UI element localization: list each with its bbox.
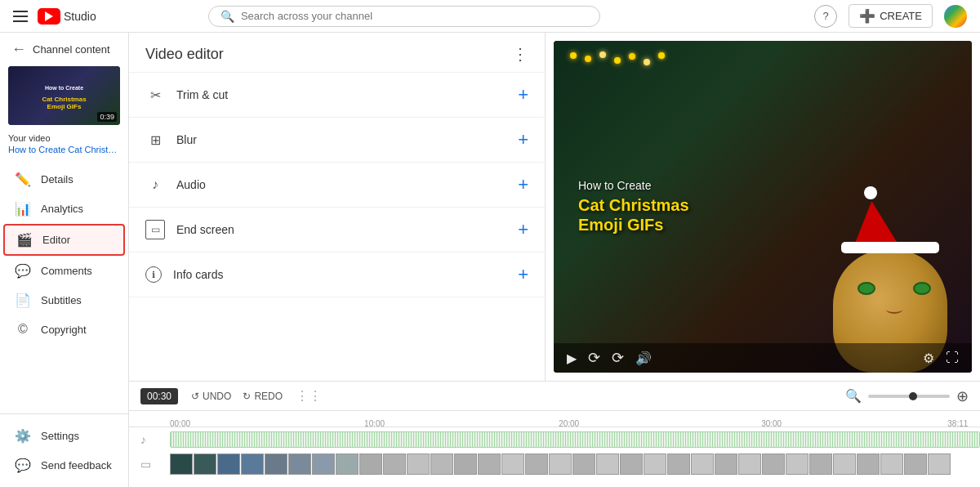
video-frame	[430, 453, 453, 475]
tool-audio-left: ♪ Audio	[145, 175, 206, 194]
tool-infocards[interactable]: ℹ Info cards +	[129, 252, 545, 297]
comments-icon: 💬	[15, 263, 31, 279]
settings-button[interactable]: ⚙	[923, 351, 934, 366]
play-button[interactable]: ▶	[567, 351, 577, 366]
create-button[interactable]: ➕ CREATE	[849, 4, 933, 28]
video-frame	[241, 453, 264, 475]
ruler-mark-30: 30:00	[761, 419, 782, 428]
drag-handle-icon[interactable]: ⋮⋮	[296, 388, 322, 404]
video-frame	[644, 453, 666, 475]
fullscreen-button[interactable]: ⛶	[946, 351, 959, 365]
more-options-button[interactable]: ⋮	[512, 44, 528, 64]
sidebar-item-analytics-label: Analytics	[41, 203, 83, 215]
logo: Studio	[38, 8, 96, 25]
top-right-actions: ? ➕ CREATE	[814, 4, 967, 28]
trim-add-button[interactable]: +	[518, 84, 528, 105]
tool-blur[interactable]: ⊞ Blur +	[129, 118, 545, 163]
sidebar-channel-content-label: Channel content	[33, 43, 110, 56]
infocards-add-button[interactable]: +	[518, 264, 528, 285]
video-frame	[217, 453, 240, 475]
sidebar-item-comments[interactable]: 💬 Comments	[3, 257, 125, 285]
video-frame	[478, 453, 501, 475]
video-frame	[880, 453, 903, 475]
sidebar-item-comments-label: Comments	[41, 265, 92, 277]
sidebar-item-analytics[interactable]: 📊 Analytics	[3, 194, 125, 223]
tools-panel: Video editor ⋮ ✂ Trim & cut + ⊞	[129, 33, 546, 381]
redo-button[interactable]: ↻ REDO	[243, 391, 283, 402]
undo-button[interactable]: ↺ UNDO	[191, 391, 231, 402]
forward-button[interactable]: ⟳	[612, 349, 624, 367]
video-frame	[312, 453, 335, 475]
video-frame	[809, 453, 832, 475]
sidebar-back[interactable]: ← Channel content	[0, 33, 128, 63]
sidebar-item-feedback[interactable]: 💬 Send feedback	[3, 451, 125, 480]
video-frame	[265, 453, 287, 475]
redo-icon: ↻	[243, 391, 251, 402]
video-track	[170, 453, 980, 475]
blur-label: Blur	[176, 133, 197, 146]
audio-track	[170, 431, 980, 448]
video-track-row: ▭	[129, 452, 980, 476]
video-frame	[738, 453, 761, 475]
trim-icon: ✂	[145, 85, 165, 105]
blur-add-button[interactable]: +	[518, 129, 528, 150]
sidebar-item-details[interactable]: ✏️ Details	[3, 165, 125, 194]
user-avatar[interactable]	[944, 5, 967, 28]
sidebar-item-subtitles-label: Subtitles	[41, 294, 82, 306]
volume-button[interactable]: 🔊	[635, 351, 652, 366]
sidebar-item-settings[interactable]: ⚙️ Settings	[3, 422, 125, 450]
undo-redo-controls: ↺ UNDO ↻ REDO	[191, 391, 283, 402]
sidebar-item-copyright[interactable]: © Copyright	[3, 315, 125, 343]
ruler-mark-20: 20:00	[559, 419, 579, 428]
tool-audio[interactable]: ♪ Audio +	[129, 163, 545, 208]
tool-list: ✂ Trim & cut + ⊞ Blur +	[129, 73, 545, 381]
search-input[interactable]	[241, 10, 588, 22]
timeline-zoom: 🔍 ⊕	[845, 387, 969, 405]
audio-add-button[interactable]: +	[518, 174, 528, 195]
hamburger-menu[interactable]	[13, 11, 28, 22]
ctrl-right: ⚙ ⛶	[923, 351, 959, 366]
ruler-mark-10: 10:00	[364, 419, 385, 428]
zoom-in-button[interactable]: ⊕	[956, 387, 969, 405]
video-frame	[572, 453, 595, 475]
redo-label: REDO	[254, 391, 283, 402]
video-frame	[762, 453, 785, 475]
zoom-slider-knob	[909, 392, 917, 400]
video-frame	[596, 453, 619, 475]
video-frame	[857, 453, 880, 475]
video-frame	[194, 453, 216, 475]
sidebar-item-subtitles[interactable]: 📄 Subtitles	[3, 286, 125, 315]
editor-icon: 🎬	[16, 232, 33, 248]
thumb-duration: 0:39	[97, 112, 117, 122]
zoom-out-button[interactable]: 🔍	[845, 388, 862, 404]
tool-trim[interactable]: ✂ Trim & cut +	[129, 73, 545, 118]
sidebar-item-settings-label: Settings	[41, 430, 79, 442]
video-frame	[833, 453, 856, 475]
tool-endscreen[interactable]: ▭ End screen +	[129, 208, 545, 252]
ruler-mark-0: 00:00	[170, 419, 190, 428]
settings-icon: ⚙️	[15, 428, 31, 444]
current-time-display: 00:30	[140, 388, 178, 404]
copyright-icon: ©	[15, 322, 31, 337]
video-thumbnail[interactable]: How to Create Cat Christmas Emoji GIFs 0…	[8, 66, 120, 125]
rewind-button[interactable]: ⟳	[588, 349, 600, 367]
video-frame	[620, 453, 643, 475]
create-label: CREATE	[880, 10, 922, 22]
timeline-toolbar: 00:30 ↺ UNDO ↻ REDO ⋮⋮ 🔍	[129, 382, 980, 411]
search-bar[interactable]: 🔍	[208, 6, 600, 27]
tool-trim-left: ✂ Trim & cut	[145, 85, 228, 105]
video-preview: How to Create Cat Christmas Emoji GIFs	[554, 41, 972, 373]
video-frame	[454, 453, 477, 475]
zoom-slider[interactable]	[868, 395, 950, 398]
ruler-mark-38: 38:11	[947, 419, 968, 428]
infocards-icon: ℹ	[145, 266, 162, 283]
video-link[interactable]: How to Create Cat Christmas Emoji ...	[0, 143, 128, 161]
thumb-text-line1: How to Create	[42, 81, 87, 95]
endscreen-add-button[interactable]: +	[518, 219, 528, 240]
sidebar-bottom: ⚙️ Settings 💬 Send feedback	[0, 413, 128, 487]
top-nav: Studio 🔍 ? ➕ CREATE	[0, 0, 980, 33]
sidebar-item-editor[interactable]: 🎬 Editor	[3, 224, 125, 256]
help-button[interactable]: ?	[814, 5, 837, 28]
sidebar-item-editor-label: Editor	[42, 234, 70, 246]
undo-label: UNDO	[203, 391, 231, 402]
